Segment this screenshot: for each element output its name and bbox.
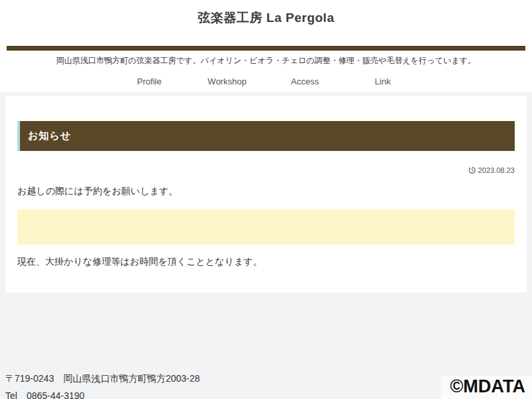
site-title: 弦楽器工房 La Pergola (0, 0, 532, 27)
mdata-watermark: ©MDATA (441, 376, 532, 399)
main-nav: Profile Workshop Access Link (0, 76, 532, 86)
nav-item-access[interactable]: Access (266, 76, 344, 86)
header-divider-bar (7, 46, 525, 51)
highlight-box (17, 209, 515, 245)
section-heading-news: お知らせ (17, 121, 515, 151)
post-date: 2023.08.23 (478, 166, 515, 174)
nav-item-link[interactable]: Link (344, 76, 422, 86)
site-header: 弦楽器工房 La Pergola 岡山県浅口市鴨方町の弦楽器工房です。バイオリン… (0, 0, 532, 92)
post-date-row: 2023.08.23 (17, 166, 515, 174)
nav-item-workshop[interactable]: Workshop (188, 76, 266, 86)
news-paragraph-2: 現在、大掛かりな修理等はお時間を頂くこととなります。 (17, 256, 515, 268)
site-description: 岡山県浅口市鴨方町の弦楽器工房です。バイオリン・ビオラ・チェロの調整・修理・販売… (0, 55, 532, 66)
nav-item-profile[interactable]: Profile (110, 76, 188, 86)
history-clock-icon (468, 166, 476, 174)
news-card: お知らせ 2023.08.23 お越しの際には予約をお願いします。 現在、大掛か… (5, 96, 527, 293)
news-paragraph-1: お越しの際には予約をお願いします。 (17, 186, 515, 198)
